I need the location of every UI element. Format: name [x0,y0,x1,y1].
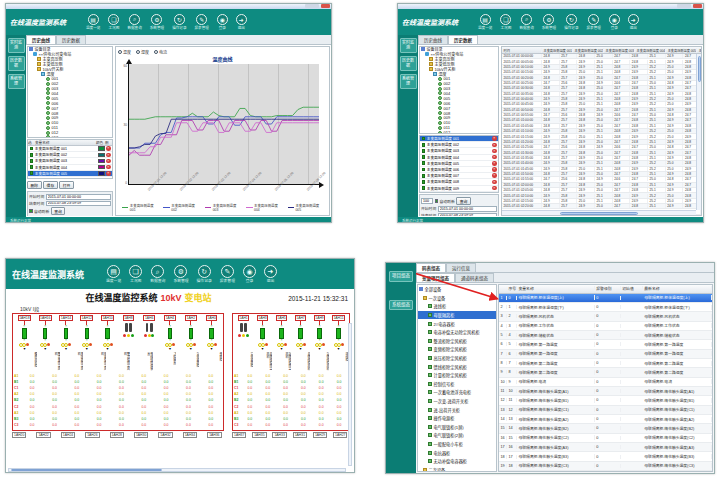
variable-row[interactable]: 9 8 母联隔离柜.第二路湿度 0 母联隔离柜.第二路湿度 [499,368,712,377]
close-button[interactable] [693,4,702,8]
visible-checkbox[interactable] [422,161,426,165]
bay[interactable]: 1AH18 × × ▼ [14,315,35,351]
bay-label[interactable]: 1AH30 [134,432,148,438]
tree-node[interactable]: 电容补偿无功除尘风机柜 [418,328,496,337]
bay-label[interactable]: 1AH20 [12,432,26,438]
nav-button[interactable]: 实时监测 [8,38,25,53]
nav-button[interactable]: 历史数据 [400,56,417,71]
visible-checkbox[interactable] [422,180,426,184]
device-tree[interactable]: 设备目录 ××供电公司变电站 主变高压侧 [419,46,499,134]
variable-row[interactable]: 5 4 母联隔离柜.储能状态 0 母联隔离柜.储能状态 [499,331,712,340]
tree-node[interactable]: 一般配电小车柜 [418,440,496,449]
visible-checkbox[interactable] [30,147,34,151]
bay-label[interactable]: 1AH32 [158,432,172,438]
toolbar-button[interactable]: ✎ 报表管理 [220,265,235,283]
toolbar-button[interactable]: ❏ 工况图 [500,14,511,30]
bay-label[interactable]: 1AH22 [36,432,50,438]
nav-button[interactable]: 系统组态 [389,300,413,311]
tree-node[interactable]: 控制信号柜 [418,380,496,389]
auto-refresh-checkbox[interactable] [29,209,33,213]
series-color-swatch[interactable] [98,171,105,176]
config-tab[interactable]: 运行信息 [446,263,476,272]
delete-variable-icon[interactable]: × [492,186,497,191]
column-header[interactable]: 主变高压侧温度 006 [697,48,702,53]
nav-button[interactable]: 系统管理 [400,74,417,89]
toolbar-button[interactable]: ↻ 操作记录 [172,14,186,30]
column-header[interactable]: 主变高压侧温度 002 [573,48,604,53]
toolbar-button[interactable]: ▤ 温度一览 [86,14,100,30]
nav-button[interactable]: 项目组态 [389,271,413,282]
end-time-input[interactable] [46,201,111,207]
bay[interactable]: 1AH1 × × ▼ [234,315,253,351]
tree-node[interactable]: 计量柜除尘风机柜 [418,371,496,380]
vertical-scrollbar[interactable] [696,54,701,210]
interval-input[interactable] [421,198,433,204]
bay-label[interactable]: 1AH36 [207,432,221,438]
variable-row[interactable]: 18 17 母联隔离柜.梅花触头温度(B3) 0 母联隔离柜.梅花触头温度(B3… [499,452,712,461]
toolbar-button[interactable]: ⚙ 系统管理 [150,14,164,30]
tree-node[interactable]: 进线柜 [418,302,496,311]
toolbar-button[interactable]: ➜ 退出 [628,14,639,30]
visible-checkbox[interactable] [422,149,426,153]
tree-node[interactable]: 电气联锁柜(1屏) [418,423,496,432]
toolbar-button[interactable]: ➜ 退出 [264,265,277,283]
delete-variable-icon[interactable]: × [492,161,497,166]
visible-checkbox[interactable] [422,186,426,190]
bay[interactable]: 1AH2 × × ▼ [180,315,201,351]
toolbar-button[interactable]: ↻ 操作记录 [197,265,212,283]
delete-variable-icon[interactable]: × [492,155,497,160]
plot-area[interactable] [128,64,319,185]
tree-node-collapsed[interactable]: 二次设备 [418,465,496,472]
bay-label[interactable]: 1AH33 [272,432,286,438]
bay[interactable]: 1AH11 × × ▼ [329,315,348,351]
toolbar-button[interactable]: ⚙ 系统管理 [542,14,556,30]
horizontal-scrollbar[interactable] [8,468,346,473]
column-header[interactable]: 主变高压侧温度 004 [635,48,666,53]
variable-row[interactable]: 主变高压侧温度 009 × [420,186,498,192]
visible-checkbox[interactable] [422,174,426,178]
delete-series-icon[interactable]: × [106,146,111,151]
open-button[interactable]: 打开 [59,181,74,189]
bay[interactable]: 1AH16 × × ▼ [35,315,56,351]
auto-refresh-checkbox[interactable] [435,199,439,203]
end-time-input[interactable] [438,213,497,217]
toolbar-button[interactable]: ✎ 报表管理 [587,14,601,30]
toolbar-button[interactable]: ↻ 操作记录 [564,14,578,30]
tree-node[interactable]: 高压柜除尘风机柜 [418,354,496,363]
variable-row[interactable]: 4 3 母联隔离柜.工作状态 0 母联隔离柜.工作状态 [499,322,712,331]
tree-node[interactable]: 012 [438,130,498,134]
variable-row[interactable]: 11 10 母联隔离柜.梅花触头温度(A1) 0 母联隔离柜.梅花触头温度(A1… [499,387,712,396]
query-button[interactable]: 查询 [51,207,66,215]
tree-root[interactable]: 全部设备 [418,285,496,294]
bay[interactable]: 1AH5 × × ▼ [272,315,291,351]
bay-label[interactable]: 1AH24 [61,432,75,438]
minimize-button[interactable] [677,4,691,8]
tree-node[interactable]: 馈线柜除尘风机柜 [418,362,496,371]
delete-variable-icon[interactable]: × [492,136,497,141]
tree-node[interactable]: 一次变-进荷开关柜 [418,397,496,406]
bay-label[interactable]: 1AH35 [252,432,266,438]
vertical-scrollbar[interactable] [348,323,353,466]
tree-node[interactable]: 整流柜除尘风机柜 [418,337,496,346]
delete-variable-icon[interactable]: × [492,143,497,148]
bay[interactable]: 1AH12 × × ▼ [76,315,97,351]
tab-curve[interactable]: 历史曲线 [418,35,448,44]
variable-row[interactable]: 14 13 母联隔离柜.梅花触头温度(A2) 0 母联隔离柜.梅花触头温度(A2… [499,415,712,424]
toolbar-button[interactable]: ⚙ 系统管理 [173,265,188,283]
toolbar-button[interactable]: ◉ 登录 [609,14,620,30]
delete-variable-icon[interactable]: × [492,167,497,172]
toolbar-button[interactable]: ⌕ 数据查询 [150,265,165,283]
nav-button[interactable]: 系统管理 [8,74,25,89]
toolbar-button[interactable]: ⌕ 数据查询 [519,14,533,30]
tree-node[interactable]: 进-出荷开关柜 [418,405,496,414]
bay-label[interactable]: 1AH28 [110,432,124,438]
bay[interactable]: 1AH6 × × ▼ [139,315,160,351]
visible-checkbox[interactable] [30,165,34,169]
variable-row[interactable]: 2 1 母联隔离柜.柜体温湿度(下) 0 母联隔离柜.柜体温湿度(下) [499,303,712,312]
toolbar-button[interactable]: ➜ 退出 [236,14,247,30]
variable-row[interactable]: 16 15 母联隔离柜.梅花触头温度(C2) 0 母联隔离柜.梅花触头温度(C2… [499,434,712,443]
column-header[interactable]: 主变高压侧温度 005 [666,48,697,53]
visible-checkbox[interactable] [422,137,426,141]
delete-series-icon[interactable]: × [106,171,111,176]
visible-checkbox[interactable] [30,159,34,163]
